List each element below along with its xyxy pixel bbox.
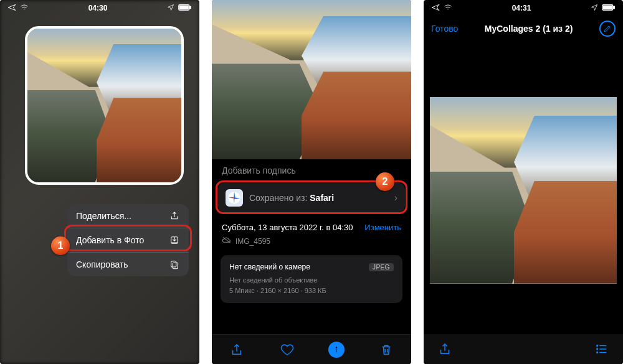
- bottom-toolbar: [212, 334, 411, 364]
- camera-info-title: Нет сведений о камере: [229, 263, 310, 271]
- camera-info-card: Нет сведений о камере JPEG Нет сведений …: [221, 255, 402, 303]
- saved-from-app: Safari: [310, 193, 334, 203]
- meta-line: 5 Мпикс · 2160 × 2160 · 933 КБ: [229, 286, 394, 296]
- svg-rect-9: [604, 6, 612, 9]
- battery-icon: [178, 4, 192, 13]
- menu-item-add-to-photos[interactable]: Добавить в Фото: [67, 228, 189, 253]
- screen-3-files-preview: 04:31 Готово MyCollages 2 (1 из 2): [424, 0, 623, 364]
- status-bar: 04:30: [0, 0, 199, 16]
- menu-item-share[interactable]: Поделиться...: [67, 204, 189, 228]
- airplane-mode-icon: [7, 3, 16, 14]
- menu-label: Добавить в Фото: [76, 235, 144, 245]
- format-badge: JPEG: [369, 263, 394, 271]
- edit-date-button[interactable]: Изменить: [364, 223, 401, 232]
- svg-point-11: [597, 348, 598, 350]
- svg-rect-1: [190, 6, 191, 8]
- svg-rect-5: [173, 263, 178, 268]
- wifi-icon: [20, 3, 29, 14]
- cloud-off-icon: [222, 236, 232, 246]
- toolbar-share-button[interactable]: [228, 341, 245, 358]
- toolbar-info-button-active[interactable]: [328, 342, 345, 358]
- airplane-mode-icon: [431, 3, 440, 14]
- toolbar-list-button[interactable]: [593, 340, 611, 358]
- screen-2-photo-info: Добавить подпись Сохранено из: Safari › …: [212, 0, 411, 364]
- copy-icon: [169, 259, 180, 270]
- wifi-icon: [444, 3, 452, 14]
- svg-rect-4: [171, 261, 176, 267]
- annotation-badge-1: 1: [51, 236, 70, 255]
- annotation-badge-2: 2: [376, 172, 394, 191]
- battery-icon: [602, 4, 616, 13]
- location-icon: [591, 4, 598, 13]
- filename-text: IMG_4595: [235, 237, 270, 246]
- done-button[interactable]: Готово: [431, 24, 458, 34]
- lens-info: Нет сведений об объективе: [229, 275, 394, 286]
- download-to-photos-icon: [169, 235, 180, 246]
- svg-point-6: [336, 347, 337, 348]
- saved-from-text: Сохранено из: Safari: [249, 193, 388, 203]
- safari-icon: [226, 189, 243, 207]
- status-time: 04:30: [29, 4, 167, 12]
- toolbar-delete-button[interactable]: [378, 341, 395, 358]
- nav-bar: Готово MyCollages 2 (1 из 2): [424, 16, 623, 41]
- photo-viewer-image[interactable]: [212, 0, 411, 159]
- svg-point-12: [597, 352, 598, 353]
- toolbar-share-button[interactable]: [436, 340, 454, 358]
- toolbar-favorite-button[interactable]: [278, 341, 296, 358]
- markup-button[interactable]: [599, 21, 616, 37]
- saved-from-prefix: Сохранено из:: [249, 193, 310, 203]
- bottom-toolbar: [424, 334, 623, 364]
- status-bar: 04:31: [424, 0, 623, 16]
- svg-point-10: [597, 345, 598, 347]
- filename-row: IMG_4595: [212, 233, 411, 253]
- preview-image: [430, 97, 617, 284]
- menu-item-copy[interactable]: Скопировать: [67, 253, 189, 276]
- date-row: Суббота, 13 августа 2022 г. в 04:30 Изме…: [212, 217, 411, 233]
- svg-rect-8: [614, 6, 615, 8]
- file-title: MyCollages 2 (1 из 2): [485, 24, 573, 34]
- svg-rect-2: [180, 6, 189, 9]
- menu-label: Скопировать: [76, 259, 128, 269]
- chevron-right-icon: ›: [394, 192, 397, 203]
- saved-from-row[interactable]: Сохранено из: Safari ›: [218, 183, 405, 213]
- photo-date: Суббота, 13 августа 2022 г. в 04:30: [222, 223, 353, 232]
- menu-label: Поделиться...: [76, 211, 131, 221]
- share-icon: [169, 210, 180, 222]
- screen-1-context-menu: 04:30 Поделиться... Добавить в Фото: [0, 0, 199, 364]
- image-preview-thumbnail[interactable]: [25, 26, 184, 185]
- preview-main-area[interactable]: [424, 41, 623, 364]
- location-icon: [167, 4, 174, 13]
- context-menu: Поделиться... Добавить в Фото Скопироват…: [67, 204, 189, 276]
- status-time: 04:31: [452, 4, 591, 12]
